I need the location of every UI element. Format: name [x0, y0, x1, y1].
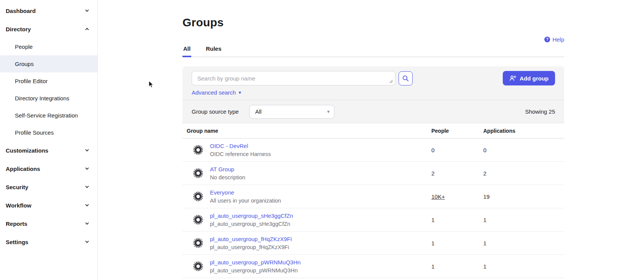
tab-rules[interactable]: Rules — [205, 42, 222, 56]
chevron-up-icon — [84, 26, 90, 32]
sidebar-item-workflow[interactable]: Workflow — [0, 196, 97, 214]
group-name-link[interactable]: Everyone — [210, 189, 281, 196]
group-name-link[interactable]: OIDC - DevRel — [210, 143, 271, 149]
applications-count: 2 — [483, 170, 564, 177]
table-row: AT Group No description 2 2 — [182, 162, 564, 185]
main-content: ? Help Groups All Rules — [98, 0, 644, 280]
sidebar-item-label: Profile Editor — [15, 78, 48, 84]
sidebar-item-label: Self-Service Registration — [15, 112, 78, 119]
tab-all[interactable]: All — [182, 42, 191, 56]
sidebar-item-label: Security — [6, 184, 28, 190]
group-description: pl_auto_usergroup_pWRNMuQ3Hn — [210, 267, 301, 274]
applications-count: 1 — [483, 263, 564, 270]
sidebar-item-applications[interactable]: Applications — [0, 159, 97, 178]
table-row: Everyone All users in your organization … — [182, 185, 564, 208]
help-label: Help — [552, 36, 564, 43]
sidebar-item-label: Settings — [6, 239, 28, 245]
tab-bar: All Rules — [182, 42, 564, 57]
advanced-search-label: Advanced search — [192, 89, 236, 96]
showing-count: Showing 25 — [525, 108, 555, 115]
sidebar-item-self-service-registration[interactable]: Self-Service Registration — [0, 107, 97, 124]
chevron-down-icon — [84, 148, 90, 153]
add-group-label: Add group — [520, 75, 549, 82]
table-row: pl_auto_usergroup_fHqZKzX9Fi pl_auto_use… — [182, 232, 564, 255]
sidebar-item-label: Workflow — [6, 202, 31, 209]
sidebar-item-label: Directory Integrations — [15, 95, 69, 101]
page-title: Groups — [182, 16, 564, 29]
search-icon — [402, 75, 409, 82]
column-header-applications: Applications — [483, 128, 564, 134]
group-icon — [193, 261, 203, 271]
chevron-down-icon — [84, 8, 90, 13]
group-name-link[interactable]: pl_auto_usergroup_pWRNMuQ3Hn — [210, 259, 301, 266]
chevron-down-icon — [84, 184, 90, 190]
sidebar-item-security[interactable]: Security — [0, 178, 97, 196]
chevron-down-icon — [84, 239, 90, 245]
add-group-button[interactable]: Add group — [503, 71, 555, 85]
advanced-search-link[interactable]: Advanced search ▾ — [192, 89, 241, 96]
sidebar-item-label: People — [15, 43, 33, 50]
group-description: No description — [210, 174, 245, 180]
sidebar-item-label: Profile Sources — [15, 129, 54, 136]
chevron-down-icon — [84, 203, 90, 208]
table-row: OIDC - DevRel OIDC reference Harness 0 0 — [182, 138, 564, 162]
sidebar-item-people[interactable]: People — [0, 38, 97, 55]
group-source-type-label: Group source type — [192, 108, 239, 115]
sidebar-item-label: Directory — [6, 26, 31, 32]
people-count: 2 — [431, 170, 483, 177]
people-count: 1 — [431, 217, 483, 223]
sidebar-item-profile-sources[interactable]: Profile Sources — [0, 124, 97, 141]
sidebar-item-label: Groups — [15, 61, 34, 67]
group-name-link[interactable]: pl_auto_usergroup_sHe3ggCfZn — [210, 212, 293, 219]
chevron-down-icon — [84, 221, 90, 226]
sidebar-item-label: Dashboard — [6, 8, 36, 14]
people-count: 1 — [431, 263, 483, 270]
caret-down-icon: ▾ — [327, 109, 330, 114]
group-description: All users in your organization — [210, 198, 281, 204]
group-name-link[interactable]: AT Group — [210, 166, 245, 172]
column-header-group-name: Group name — [182, 128, 431, 134]
people-count-link[interactable]: 10K+ — [431, 193, 483, 200]
sidebar-item-dashboard[interactable]: Dashboard — [0, 2, 97, 20]
sidebar-item-directory-integrations[interactable]: Directory Integrations — [0, 90, 97, 107]
sidebar-item-reports[interactable]: Reports — [0, 214, 97, 233]
help-link[interactable]: ? Help — [544, 36, 564, 43]
group-icon — [193, 238, 203, 248]
people-count: 0 — [431, 147, 483, 153]
help-icon: ? — [544, 37, 550, 42]
group-description: pl_auto_usergroup_fHqZKzX9Fi — [210, 244, 292, 250]
groups-toolbar-panel: Add group Advanced search ▾ Group source… — [182, 66, 564, 123]
add-group-icon — [509, 75, 516, 82]
sidebar-item-label: Customizations — [6, 147, 48, 154]
applications-count: 1 — [483, 240, 564, 246]
sidebar-item-profile-editor[interactable]: Profile Editor — [0, 72, 97, 90]
table-header: Group name People Applications — [182, 123, 564, 138]
app-window: Dashboard Directory People Groups Profil… — [0, 0, 644, 280]
group-icon — [193, 145, 203, 155]
sidebar-item-customizations[interactable]: Customizations — [0, 141, 97, 159]
group-icon — [193, 215, 203, 225]
applications-count: 1 — [483, 217, 564, 223]
applications-count: 19 — [483, 193, 564, 200]
sidebar: Dashboard Directory People Groups Profil… — [0, 0, 98, 280]
table-row: pl_auto_usergroup_pWRNMuQ3Hn pl_auto_use… — [182, 255, 564, 278]
column-header-people: People — [431, 128, 483, 134]
people-count: 1 — [431, 240, 483, 246]
sidebar-item-settings[interactable]: Settings — [0, 233, 97, 251]
group-icon — [193, 191, 203, 201]
group-description: OIDC reference Harness — [210, 151, 271, 157]
group-search-input[interactable] — [192, 71, 395, 85]
table-row: pl_auto_usergroup_sHe3ggCfZn pl_auto_use… — [182, 208, 564, 232]
sidebar-item-label: Reports — [6, 220, 27, 227]
sidebar-item-groups[interactable]: Groups — [0, 55, 97, 72]
search-button[interactable] — [399, 71, 413, 85]
group-description: pl_auto_usergroup_sHe3ggCfZn — [210, 221, 293, 227]
group-name-link[interactable]: pl_auto_usergroup_fHqZKzX9Fi — [210, 236, 292, 242]
group-icon — [193, 168, 203, 178]
sidebar-item-label: Applications — [6, 166, 40, 172]
applications-count: 0 — [483, 147, 564, 153]
caret-down-icon: ▾ — [239, 90, 241, 95]
group-source-type-select[interactable]: All ▾ — [249, 105, 334, 119]
group-source-type-value: All — [255, 108, 261, 115]
sidebar-item-directory[interactable]: Directory — [0, 20, 97, 38]
